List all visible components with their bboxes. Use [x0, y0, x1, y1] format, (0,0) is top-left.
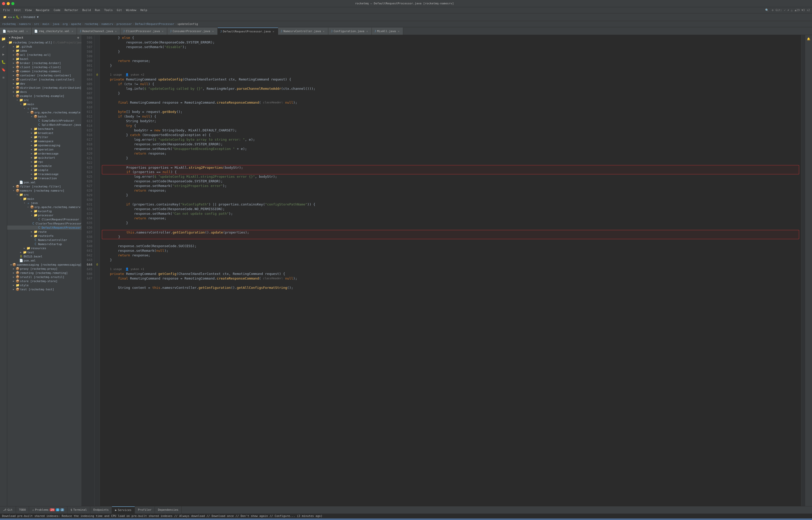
tree-namespace[interactable]: ▶ 📁 namespace	[7, 139, 81, 143]
tree-client[interactable]: ▶ 📦 client [rocketmq-client]	[7, 65, 81, 69]
breadcrumb-method[interactable]: updateConfig	[178, 22, 198, 26]
tab-close4[interactable]: ✕	[161, 30, 164, 33]
tree-idea[interactable]: ▶ 📁 idea	[7, 49, 81, 53]
notifications-icon[interactable]: 🔔	[806, 36, 811, 42]
tree-container[interactable]: ▶ 📦 container [rocketmq-container]	[7, 73, 81, 77]
menu-help[interactable]: Help	[138, 7, 150, 14]
project-view-icon[interactable]: 📁	[1, 36, 6, 42]
tab-mixall[interactable]: J MixAll.java ✕	[372, 27, 403, 35]
tree-common[interactable]: ▶ 📦 common [rocketmq-common]	[7, 69, 81, 73]
tree-rocketmq-all[interactable]: ▾ 📁 rocketmq [rocketmq-all] E:/CodeProje…	[7, 41, 81, 45]
tree-cluster-test[interactable]: C ClusterTestRequestProcessor	[7, 222, 81, 226]
tab-close[interactable]: ✕	[25, 30, 29, 33]
debug-icon[interactable]: 🐛	[1, 59, 6, 65]
tab-namesrv-controller[interactable]: J NamesrvController.java ✕	[278, 27, 328, 35]
tree-broadcast[interactable]: ▶ 📁 broadcast	[7, 131, 81, 135]
toolbar-back-btn[interactable]: ◀	[8, 16, 9, 19]
tree-namesrv-pkg[interactable]: ▾ 📦 org.apache.rocketmq.namesrv	[7, 205, 81, 209]
breadcrumb-rocketmq2[interactable]: rocketmq	[84, 22, 98, 26]
bottom-tab-dependencies[interactable]: Dependencies	[155, 506, 182, 514]
sidebar-settings-icon[interactable]: ⚙	[76, 36, 80, 40]
tree-srvutil[interactable]: ▶ 📦 srvutil [rocketmq-srvutil]	[7, 275, 81, 279]
toolbar-fwd-btn[interactable]: ▶	[10, 16, 12, 19]
tree-controller[interactable]: ▶ 📦 controller [rocketmq-controller]	[7, 77, 81, 81]
tab-remotechannel[interactable]: J RemoteChannel.java ✕	[77, 27, 120, 35]
bottom-tab-profiler[interactable]: Profiler	[135, 506, 155, 514]
toolbar-project-btn[interactable]: 📁	[3, 16, 7, 19]
tree-distribution[interactable]: ▶ 📦 distribution [rocketmq-distribution]	[7, 86, 81, 90]
toolbar-run-btn[interactable]: ▶	[13, 16, 15, 19]
tree-transaction[interactable]: ▶ 📁 transaction	[7, 176, 81, 180]
tab-checkstyle[interactable]: 📄 rmq_checkstyle.xml ✕	[32, 27, 77, 35]
tree-openmessaging[interactable]: ▶ 📦 openmessaging [rocketmq-openmessagin…	[7, 263, 81, 267]
breadcrumb-class[interactable]: DefaultRequestProcessor	[135, 22, 174, 26]
breadcrumb-rocketmq[interactable]: rocketmq	[2, 22, 16, 26]
tab-default-request[interactable]: J DefaultRequestProcessor.java ✕	[218, 27, 278, 35]
tree-bazel[interactable]: ▶ 📁 bazel	[7, 57, 81, 61]
tree-test[interactable]: ▶ 📦 test [rocketmq-test]	[7, 287, 81, 291]
menu-window[interactable]: Window	[124, 7, 138, 14]
tree-namesrv-main[interactable]: ▾ 📁 main	[7, 197, 81, 201]
menu-git[interactable]: Git	[115, 7, 124, 14]
breadcrumb-src[interactable]: src	[34, 22, 40, 26]
tree-client-req-proc[interactable]: C ClientRequestProcessor	[7, 217, 81, 222]
tree-operation[interactable]: ▶ 📁 operation	[7, 147, 81, 152]
bottom-tab-services[interactable]: ▶ Services	[112, 506, 135, 514]
tree-pom-example[interactable]: 📄 pom.xml	[7, 180, 81, 184]
tree-namesrv[interactable]: ▾ 📦 namesrv [rocketmq-namesrv]	[7, 188, 81, 192]
tree-example-src[interactable]: ▾ 📁 src	[7, 98, 81, 102]
bottom-tab-git[interactable]: ⎇ Git	[0, 506, 16, 514]
unnamed-config[interactable]: Unnamed ▼	[23, 16, 39, 19]
tree-broker[interactable]: ▶ 📦 broker [rocketmq-broker]	[7, 61, 81, 65]
code-editor[interactable]: 595 596 597 598 599 600 601 602 603 604 …	[82, 35, 805, 506]
tab-configuration[interactable]: J Configuration.java ✕	[328, 27, 372, 35]
tree-simple[interactable]: ▶ 📁 simple	[7, 168, 81, 172]
tree-batch[interactable]: ▾ 📦 batch	[7, 114, 81, 119]
tree-style[interactable]: ▶ 📁 style	[7, 283, 81, 287]
tree-rpc[interactable]: ▶ 📁 rpc	[7, 160, 81, 164]
tab-close8[interactable]: ✕	[365, 30, 369, 33]
project-sidebar[interactable]: ▾ Project ⚙ ▾ 📁 rocketmq [rocketmq-all] …	[7, 35, 82, 506]
minimize-button[interactable]	[7, 2, 10, 5]
tree-default-req-proc[interactable]: C DefaultRequestProcessor	[7, 226, 81, 230]
bottom-tab-problems[interactable]: ⚠ Problems 29 3 2	[29, 506, 68, 514]
tree-example-main[interactable]: ▾ 📁 main	[7, 102, 81, 106]
menu-edit[interactable]: Edit	[12, 7, 23, 14]
tree-docs[interactable]: ▶ 📁 docs	[7, 90, 81, 94]
toolbar-debug-btn[interactable]: 🐛	[16, 16, 20, 19]
tree-example[interactable]: ▾ 📦 example [rocketmq-example]	[7, 94, 81, 98]
tree-namesrv-ctrl[interactable]: C NamesrvController	[7, 238, 81, 242]
tab-close3[interactable]: ✕	[114, 30, 118, 33]
breadcrumb-namesrv2[interactable]: namesrv	[101, 22, 113, 26]
tree-example-java[interactable]: ▾ ☕ java	[7, 106, 81, 110]
commit-icon[interactable]: ✔	[1, 44, 6, 49]
menu-navigate[interactable]: Navigate	[34, 7, 52, 14]
tree-openmessaging-pkg[interactable]: ▶ 📁 openmessaging	[7, 143, 81, 147]
tree-trace[interactable]: ▶ 📁 tracemessage	[7, 172, 81, 176]
menu-view[interactable]: View	[23, 7, 34, 14]
tab-close6[interactable]: ✕	[272, 30, 275, 33]
breadcrumb-apache[interactable]: apache	[71, 22, 81, 26]
menu-code[interactable]: Code	[51, 7, 62, 14]
breadcrumb-java[interactable]: java	[52, 22, 59, 26]
tree-routeinfo[interactable]: ▶ 📁 routeinfo	[7, 234, 81, 238]
tab-close9[interactable]: ✕	[397, 30, 400, 33]
tree-build-bazel[interactable]: B BUILD.bazel	[7, 254, 81, 258]
bottom-tab-terminal[interactable]: $ Terminal	[68, 506, 90, 514]
tree-simple-batch[interactable]: C SimpleBatchProducer	[7, 119, 81, 123]
maximize-button[interactable]	[11, 2, 15, 5]
tree-store[interactable]: ▶ 📦 store [rocketmq-store]	[7, 279, 81, 283]
tree-split-batch[interactable]: C SplitBatchProducer.java	[7, 123, 81, 127]
tab-close5[interactable]: ✕	[211, 30, 215, 33]
tree-namesrv-test[interactable]: ▶ 📁 test	[7, 250, 81, 254]
tree-route[interactable]: ▶ 📁 route	[7, 230, 81, 234]
bottom-tab-todo[interactable]: TODO	[16, 506, 29, 514]
tree-filter[interactable]: ▶ 📦 filter [rocketmq-filter]	[7, 184, 81, 188]
tree-benchmark[interactable]: ▶ 📁 benchmark	[7, 127, 81, 131]
tab-consumer-processor[interactable]: J ConsumerProcessor.java ✕	[167, 27, 218, 35]
tree-remoting[interactable]: ▶ 📦 remoting [rocketmq-remoting]	[7, 271, 81, 275]
tree-namesrv-startup[interactable]: C NamesrvStartup	[7, 242, 81, 246]
breadcrumb-processor[interactable]: processor	[117, 22, 132, 26]
tree-kvconfig[interactable]: ▶ 📁 kvconfig	[7, 209, 81, 213]
menu-run[interactable]: Run	[93, 7, 102, 14]
